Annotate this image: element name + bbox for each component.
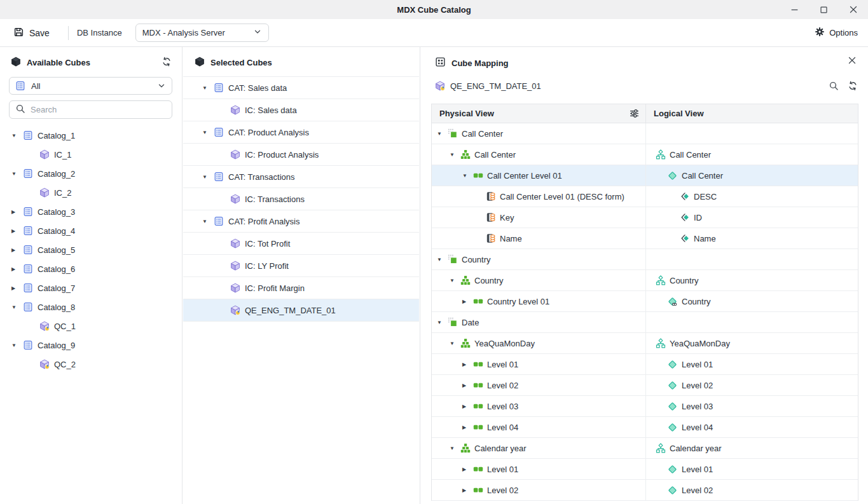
available-cube-item[interactable]: ▼Catalog_2 bbox=[0, 164, 181, 183]
available-cube-item[interactable]: ▶Catalog_7 bbox=[0, 278, 181, 297]
tree-item-label: Catalog_2 bbox=[38, 169, 75, 179]
mapping-row[interactable]: ▶Level 02Level 02 bbox=[432, 480, 858, 501]
mapping-row[interactable]: KeyID bbox=[432, 207, 858, 228]
mapping-row[interactable]: ▶Level 02Level 02 bbox=[432, 375, 858, 396]
refresh-mapping-button[interactable] bbox=[848, 81, 858, 91]
mapping-row[interactable]: ▼YeaQuaMonDayYeaQuaMonDay bbox=[432, 333, 858, 354]
selected-cube-item[interactable]: IC: Profit Margin bbox=[183, 277, 419, 299]
tree-arrow-down-icon[interactable]: ▼ bbox=[202, 219, 214, 224]
available-cube-item[interactable]: IC_1 bbox=[0, 145, 181, 164]
filter-settings-button[interactable] bbox=[629, 108, 640, 119]
logical-level-icon bbox=[667, 464, 678, 474]
mapping-row[interactable]: ▼Call Center bbox=[432, 123, 858, 144]
refresh-available-cubes-button[interactable] bbox=[162, 57, 172, 67]
available-cube-item[interactable]: IC_2 bbox=[0, 183, 181, 202]
selected-cubes-tree: ▼CAT: Sales dataIC: Sales data▼CAT: Prod… bbox=[183, 76, 419, 322]
tree-arrow-right-icon[interactable]: ▶ bbox=[462, 362, 472, 367]
available-cube-item[interactable]: ▼Catalog_8 bbox=[0, 297, 181, 317]
search-mapping-button[interactable] bbox=[829, 81, 839, 91]
available-cube-item[interactable]: ▶Catalog_4 bbox=[0, 221, 181, 240]
tree-arrow-down-icon[interactable]: ▼ bbox=[437, 257, 447, 262]
tree-arrow-right-icon[interactable]: ▶ bbox=[462, 299, 472, 304]
save-button[interactable]: Save bbox=[13, 27, 50, 39]
tree-arrow-right-icon[interactable]: ▶ bbox=[11, 209, 23, 215]
mapping-row[interactable]: ▶Level 04Level 04 bbox=[432, 417, 858, 438]
tree-arrow-right-icon[interactable]: ▶ bbox=[462, 425, 472, 430]
selected-cube-item[interactable]: IC: Tot Profit bbox=[183, 233, 419, 255]
available-cube-item[interactable]: QC_1 bbox=[0, 317, 181, 336]
selected-cube-item[interactable]: IC: LY Profit bbox=[183, 255, 419, 277]
tree-arrow-down-icon[interactable]: ▼ bbox=[437, 320, 447, 325]
minimize-button[interactable] bbox=[790, 6, 799, 14]
tree-arrow-right-icon[interactable]: ▶ bbox=[11, 285, 23, 291]
logical-view-cell: Name bbox=[645, 228, 858, 249]
maximize-button[interactable] bbox=[820, 6, 828, 14]
query-cube-icon bbox=[435, 81, 445, 91]
cube-icon bbox=[230, 283, 240, 293]
tree-arrow-down-icon[interactable]: ▼ bbox=[11, 171, 23, 177]
query-cube-icon bbox=[230, 305, 240, 315]
close-window-button[interactable] bbox=[849, 5, 858, 14]
db-instance-select[interactable]: MDX - Analysis Server bbox=[135, 24, 269, 42]
tree-arrow-down-icon[interactable]: ▼ bbox=[11, 133, 23, 139]
logical-view-cell: Level 02 bbox=[645, 375, 858, 395]
tree-arrow-right-icon[interactable]: ▶ bbox=[462, 383, 472, 388]
selected-cube-item[interactable]: ▼CAT: Profit Analysis bbox=[183, 210, 419, 233]
available-cube-item[interactable]: ▶Catalog_3 bbox=[0, 202, 181, 221]
selected-cube-item[interactable]: IC: Product Analysis bbox=[183, 144, 419, 166]
tree-arrow-down-icon[interactable]: ▼ bbox=[202, 85, 214, 91]
logical-item-label: YeaQuaMonDay bbox=[670, 339, 730, 348]
tree-arrow-right-icon[interactable]: ▶ bbox=[11, 266, 23, 272]
available-cube-item[interactable]: ▶Catalog_5 bbox=[0, 240, 181, 259]
selected-cube-item[interactable]: IC: Transactions bbox=[183, 188, 419, 210]
physical-view-cell: ▼Call Center bbox=[432, 144, 645, 165]
mapping-row[interactable]: ▶Country Level 01Country bbox=[432, 291, 858, 312]
tree-arrow-down-icon[interactable]: ▼ bbox=[462, 173, 472, 179]
mapping-row[interactable]: NameName bbox=[432, 228, 858, 249]
selected-cube-item[interactable]: ▼CAT: Transactions bbox=[183, 166, 419, 188]
mapping-row[interactable]: ▶Level 01Level 01 bbox=[432, 354, 858, 375]
physical-view-cell: ▶Country Level 01 bbox=[432, 291, 645, 311]
close-mapping-button[interactable] bbox=[848, 56, 857, 65]
tree-arrow-down-icon[interactable]: ▼ bbox=[11, 304, 23, 310]
db-instance-label: DB Instance bbox=[77, 28, 122, 37]
tree-arrow-right-icon[interactable]: ▶ bbox=[462, 467, 472, 472]
available-cube-item[interactable]: ▶Catalog_6 bbox=[0, 259, 181, 278]
catalog-filter-select[interactable]: All bbox=[9, 77, 172, 95]
level-icon bbox=[472, 485, 483, 495]
mapping-row[interactable]: ▼Calendar yearCalendar year bbox=[432, 438, 858, 459]
search-input[interactable] bbox=[31, 105, 166, 114]
selected-cube-item[interactable]: QE_ENG_TM_DATE_01 bbox=[183, 299, 419, 322]
tree-arrow-down-icon[interactable]: ▼ bbox=[450, 152, 460, 158]
mapping-row[interactable]: Call Center Level 01 (DESC form)DESC bbox=[432, 186, 858, 207]
selected-cube-item[interactable]: ▼CAT: Product Analysis bbox=[183, 121, 419, 144]
available-cube-item[interactable]: ▼Catalog_1 bbox=[0, 126, 181, 145]
available-cube-item[interactable]: QC_2 bbox=[0, 355, 181, 374]
tree-arrow-down-icon[interactable]: ▼ bbox=[437, 131, 447, 137]
catalog-icon bbox=[23, 264, 33, 274]
tree-arrow-right-icon[interactable]: ▶ bbox=[462, 404, 472, 409]
available-cube-item[interactable]: ▼Catalog_9 bbox=[0, 336, 181, 355]
tree-arrow-down-icon[interactable]: ▼ bbox=[202, 130, 214, 135]
physical-view-cell: ▶Level 01 bbox=[432, 354, 645, 374]
mapping-row[interactable]: ▼Call CenterCall Center bbox=[432, 144, 858, 165]
tree-arrow-down-icon[interactable]: ▼ bbox=[202, 174, 214, 180]
selected-cube-item[interactable]: IC: Sales data bbox=[183, 99, 419, 121]
tree-arrow-down-icon[interactable]: ▼ bbox=[450, 278, 460, 283]
tree-arrow-right-icon[interactable]: ▶ bbox=[11, 228, 23, 234]
tree-arrow-down-icon[interactable]: ▼ bbox=[450, 446, 460, 451]
logical-view-cell: Country bbox=[645, 291, 858, 311]
selected-cube-item[interactable]: ▼CAT: Sales data bbox=[183, 77, 419, 99]
tree-arrow-right-icon[interactable]: ▶ bbox=[11, 247, 23, 253]
options-button[interactable]: Options bbox=[815, 27, 858, 39]
tree-arrow-right-icon[interactable]: ▶ bbox=[462, 487, 472, 493]
mapping-row[interactable]: ▼Call Center Level 01Call Center bbox=[432, 165, 858, 186]
mapping-row[interactable]: ▼CountryCountry bbox=[432, 270, 858, 291]
tree-arrow-down-icon[interactable]: ▼ bbox=[11, 343, 23, 348]
mapping-row[interactable]: ▼Country bbox=[432, 249, 858, 270]
tree-arrow-down-icon[interactable]: ▼ bbox=[450, 341, 460, 346]
logical-view-cell: Call Center bbox=[645, 165, 858, 186]
mapping-row[interactable]: ▶Level 03Level 03 bbox=[432, 396, 858, 417]
mapping-row[interactable]: ▶Level 01Level 01 bbox=[432, 459, 858, 480]
mapping-row[interactable]: ▼Date bbox=[432, 312, 858, 333]
